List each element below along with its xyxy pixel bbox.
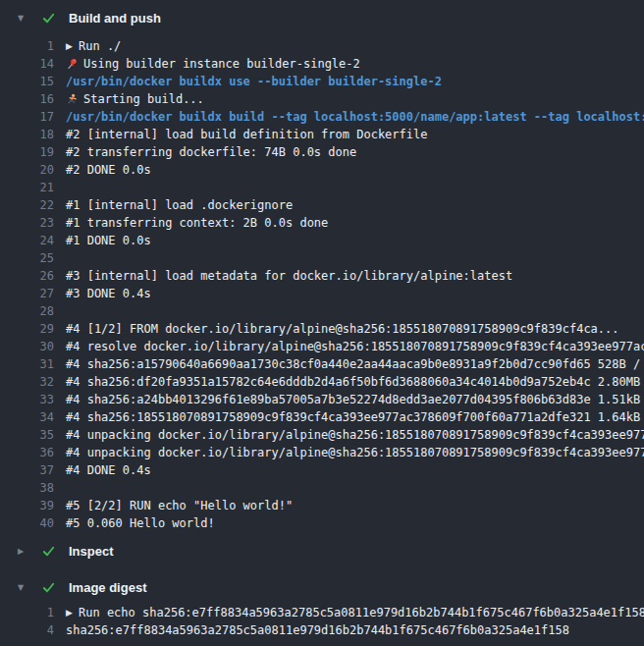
log-line: 24#1 DONE 0.0s [0,232,644,249]
log-text-content: #1 [internal] load .dockerignore [66,198,293,212]
log-section-inspect: ▶ Inspect [0,541,644,561]
log-line: 22#1 [internal] load .dockerignore [0,196,644,214]
log-text: #4 DONE 0.4s [66,463,151,477]
log-text: ▶Run ./ [66,39,121,53]
line-number[interactable]: 21 [0,181,54,194]
log-line: 30#4 resolve docker.io/library/alpine@sh… [0,338,644,355]
log-text-content: Run ./ [79,39,121,53]
line-number[interactable]: 35 [0,428,54,442]
log-line: 27#3 DONE 0.4s [0,285,644,302]
log-line: 1▶Run echo sha256:e7ff8834a5963a2785c5a0… [0,604,644,621]
log-line: 19#2 transferring dockerfile: 74B 0.0s d… [0,143,644,161]
log-text: #2 [internal] load build definition from… [66,128,427,141]
line-number[interactable]: 29 [0,322,54,336]
section-title: Image digest [69,580,146,595]
line-number[interactable]: 38 [0,481,54,495]
log-text: #4 sha256:a15790640a6690aa1730c38cf0a440… [66,357,644,371]
log-text: #1 [internal] load .dockerignore [66,198,293,212]
log-text-content: #4 [1/2] FROM docker.io/library/alpine@s… [66,322,619,336]
line-number[interactable]: 37 [0,463,54,477]
success-check-icon [41,580,57,595]
log-text-content: #3 [internal] load metadata for docker.i… [66,269,512,283]
log-lines: 1▶Run ./14Using builder instance builder… [0,37,644,532]
log-text-content: Starting build... [83,92,204,106]
line-number[interactable]: 39 [0,499,54,512]
line-number[interactable]: 28 [0,304,54,318]
runner-icon [66,93,79,106]
log-text: #3 [internal] load metadata for docker.i… [66,269,512,283]
log-line: 28 [0,302,644,320]
section-header-build-and-push[interactable]: ▼ Build and push [0,8,644,27]
line-number[interactable]: 17 [0,110,54,124]
log-text-content: #5 0.060 Hello world! [66,516,215,530]
line-number[interactable]: 1 [0,39,54,53]
line-number[interactable]: 30 [0,340,54,353]
line-number[interactable]: 1 [0,606,54,619]
log-lines: 1▶Run echo sha256:e7ff8834a5963a2785c5a0… [0,604,644,639]
log-line: 17/usr/bin/docker buildx build --tag loc… [0,108,644,126]
log-line: 38 [0,479,644,497]
line-number[interactable]: 4 [0,623,54,637]
line-number[interactable]: 27 [0,287,54,300]
log-text: ▶Run echo sha256:e7ff8834a5963a2785c5a08… [66,606,644,619]
log-text-content: #2 DONE 0.0s [66,163,151,177]
line-number[interactable]: 31 [0,357,54,371]
line-number[interactable]: 16 [0,92,54,106]
log-text-content: /usr/bin/docker buildx use --builder bui… [66,75,442,88]
line-number[interactable]: 33 [0,393,54,406]
line-number[interactable]: 22 [0,198,54,212]
log-text-content: sha256:e7ff8834a5963a2785c5a0811e979d16b… [66,623,569,637]
log-line: 36#4 unpacking docker.io/library/alpine@… [0,444,644,461]
chevron-down-icon: ▼ [18,583,29,592]
log-text-content: #2 [internal] load build definition from… [66,128,427,141]
line-number[interactable]: 26 [0,269,54,283]
log-text: sha256:e7ff8834a5963a2785c5a0811e979d16b… [66,623,569,637]
log-text-content: #2 transferring dockerfile: 74B 0.0s don… [66,145,356,159]
log-text: Using builder instance builder-single-2 [66,57,360,71]
line-number[interactable]: 23 [0,216,54,230]
line-number[interactable]: 19 [0,145,54,159]
log-text-content: #4 DONE 0.4s [66,463,151,477]
success-check-icon [41,544,57,559]
log-text: #4 [1/2] FROM docker.io/library/alpine@s… [66,322,619,336]
expand-group-play-icon[interactable]: ▶ [66,608,79,618]
log-text: /usr/bin/docker buildx use --builder bui… [66,75,442,88]
line-number[interactable]: 40 [0,516,54,530]
line-number[interactable]: 18 [0,128,54,141]
line-number[interactable]: 20 [0,163,54,177]
line-number[interactable]: 34 [0,410,54,424]
log-text: #3 DONE 0.4s [66,287,151,300]
log-text: #2 transferring dockerfile: 74B 0.0s don… [66,145,356,159]
log-line: 4sha256:e7ff8834a5963a2785c5a0811e979d16… [0,621,644,639]
log-line: 29#4 [1/2] FROM docker.io/library/alpine… [0,320,644,338]
log-line: 40#5 0.060 Hello world! [0,514,644,532]
log-text-content: #4 unpacking docker.io/library/alpine@sh… [66,446,644,459]
log-line: 16Starting build... [0,90,644,108]
line-number[interactable]: 25 [0,251,54,265]
log-text-content: #1 DONE 0.0s [66,234,151,247]
log-line: 21 [0,179,644,196]
log-text-content: #4 unpacking docker.io/library/alpine@sh… [66,428,644,442]
log-text-content: #5 [2/2] RUN echo "Hello world!" [66,499,293,512]
section-header-inspect[interactable]: ▶ Inspect [0,541,644,561]
log-line: 18#2 [internal] load build definition fr… [0,126,644,143]
workflow-log: ▼ Build and push 1▶Run ./14Using builder… [0,8,644,639]
line-number[interactable]: 32 [0,375,54,389]
log-text: #1 DONE 0.0s [66,234,151,247]
line-number[interactable]: 14 [0,57,54,71]
line-number[interactable]: 24 [0,234,54,247]
log-text-content: #4 sha256:185518070891758909c9f839cf4ca3… [66,410,644,424]
log-line: 15/usr/bin/docker buildx use --builder b… [0,73,644,90]
line-number[interactable]: 15 [0,75,54,88]
log-section-build-and-push: ▼ Build and push 1▶Run ./14Using builder… [0,8,644,532]
log-text-content: /usr/bin/docker buildx build --tag local… [66,110,644,124]
log-text-content: Run echo sha256:e7ff8834a5963a2785c5a081… [79,606,644,619]
section-header-image-digest[interactable]: ▼ Image digest [0,577,644,597]
expand-group-play-icon[interactable]: ▶ [66,41,79,51]
log-text: /usr/bin/docker buildx build --tag local… [66,110,644,124]
log-text: #4 resolve docker.io/library/alpine@sha2… [66,340,644,353]
line-number[interactable]: 36 [0,446,54,459]
log-line: 37#4 DONE 0.4s [0,461,644,479]
log-line: 20#2 DONE 0.0s [0,161,644,179]
chevron-right-icon: ▶ [18,547,29,556]
